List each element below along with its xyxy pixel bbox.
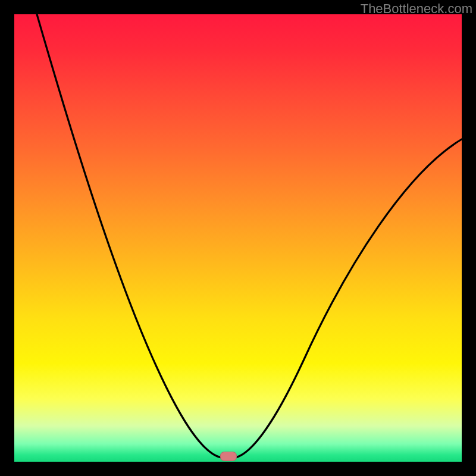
bottleneck-curve	[14, 14, 462, 462]
chart-frame: TheBottleneck.com	[0, 0, 476, 476]
plot-area	[14, 14, 462, 462]
optimal-point-marker	[220, 452, 237, 461]
